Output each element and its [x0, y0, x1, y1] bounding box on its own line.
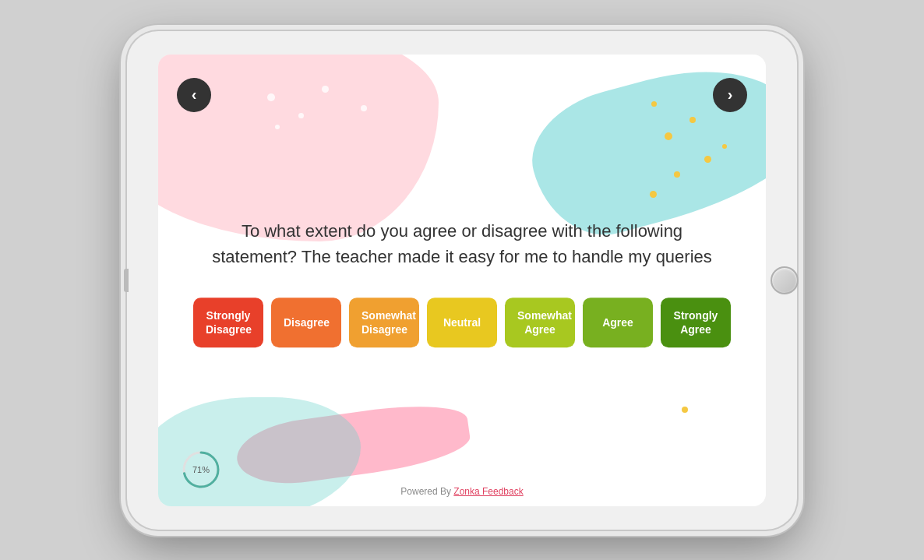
answer-somewhat-agree[interactable]: SomewhatAgree — [505, 298, 575, 347]
home-button[interactable] — [771, 266, 799, 294]
question-text: To what extent do you agree or disagree … — [197, 218, 727, 269]
white-dot — [267, 93, 275, 101]
answer-agree[interactable]: Agree — [583, 298, 653, 347]
yellow-dot — [651, 101, 657, 107]
answer-buttons-group: StronglyDisagree Disagree SomewhatDisagr… — [197, 298, 727, 347]
powered-by-text: Powered By — [400, 486, 453, 497]
yellow-dot — [704, 156, 711, 163]
footer: Powered By Zonka Feedback — [400, 486, 523, 497]
answer-somewhat-disagree[interactable]: SomewhatDisagree — [349, 298, 419, 347]
answer-strongly-agree[interactable]: StronglyAgree — [661, 298, 731, 347]
yellow-dot — [689, 117, 696, 123]
white-dot — [361, 105, 367, 111]
yellow-dot — [650, 191, 657, 198]
white-dot — [275, 125, 280, 129]
progress-label: 71% — [192, 465, 210, 474]
progress-container: 71% — [180, 449, 222, 491]
progress-circle: 71% — [180, 449, 222, 491]
yellow-dot — [722, 144, 727, 149]
white-dot — [298, 113, 304, 118]
tablet-frame: ‹ › To what extent do you agree or disag… — [127, 31, 797, 530]
answer-strongly-disagree[interactable]: StronglyDisagree — [193, 298, 263, 347]
yellow-dot — [682, 407, 688, 413]
chevron-left-icon: ‹ — [192, 86, 197, 104]
question-area: To what extent do you agree or disagree … — [197, 218, 727, 347]
yellow-dot — [665, 132, 672, 140]
next-button[interactable]: › — [713, 78, 747, 112]
brand-link[interactable]: Zonka Feedback — [453, 486, 523, 497]
answer-neutral[interactable]: Neutral — [427, 298, 497, 347]
prev-button[interactable]: ‹ — [177, 78, 211, 112]
yellow-dot — [674, 171, 680, 178]
blob-pink-bottom — [233, 396, 473, 491]
answer-disagree[interactable]: Disagree — [271, 298, 341, 347]
chevron-right-icon: › — [728, 86, 733, 104]
white-dot — [322, 86, 329, 93]
screen: ‹ › To what extent do you agree or disag… — [158, 55, 766, 506]
